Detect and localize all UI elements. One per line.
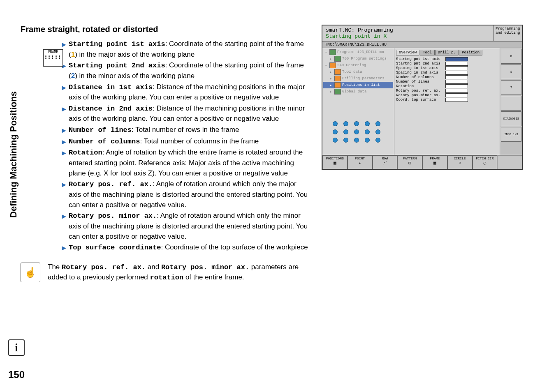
list-item: ▶Starting point 1st axis: Coordinate of …	[62, 39, 309, 60]
soft-button[interactable]: ROW⋰	[373, 155, 398, 169]
side-button[interactable]: M	[501, 49, 521, 64]
vertical-section-label: Defining Machining Positions	[8, 91, 19, 218]
param-term: Rotation	[69, 149, 102, 157]
parameter-list: ▶Starting point 1st axis: Coordinate of …	[62, 39, 309, 253]
tree-item[interactable]: ▾240 Centering	[323, 62, 393, 69]
form-input[interactable]	[445, 62, 468, 66]
param-term: Starting point 2nd axis	[69, 62, 165, 69]
tree-item[interactable]: ▸Drilling parameters	[323, 75, 393, 82]
arrow-icon: ▶	[62, 138, 66, 146]
side-button[interactable]: DIAGNOSIS	[501, 111, 521, 126]
form-input[interactable]	[445, 75, 468, 79]
side-button[interactable]: INFO 1/3	[501, 127, 521, 142]
cnc-screenshot: smarT.NC: Programming Starting point in …	[322, 25, 523, 170]
param-term: Top surface coordinate	[69, 244, 161, 251]
form-input[interactable]	[445, 80, 468, 84]
form-row: Startng pnt 1st axis	[396, 57, 498, 61]
page-number: 150	[8, 369, 25, 380]
tab[interactable]: Tool	[420, 50, 435, 55]
form-input[interactable]	[445, 93, 468, 97]
arrow-icon: ▶	[62, 105, 66, 113]
section-title: Frame straight, rotated or distorted	[21, 25, 309, 34]
cnc-form: Startng pnt 1st axisStartng pnt 2nd axis…	[396, 57, 498, 102]
cnc-subtitle: Starting point in X	[326, 33, 490, 39]
arrow-icon: ▶	[62, 244, 66, 252]
info-icon: i	[8, 339, 25, 356]
soft-button[interactable]: PATTERN⊞	[397, 155, 422, 169]
form-input[interactable]	[445, 84, 468, 88]
form-row: Spacing in 1st axis	[396, 66, 498, 70]
list-item: ▶Rotary pos. minor ax.: Angle of rotatio…	[62, 211, 309, 242]
list-item: ▶Rotary pos. ref. ax.: Angle of rotation…	[62, 179, 309, 210]
form-row: Rotation	[396, 84, 498, 88]
cnc-path: TNC:\SMARTNC\123_DRILL.HU	[322, 42, 522, 48]
param-term: Distance in 2nd axis	[69, 105, 153, 113]
arrow-icon: ▶	[62, 126, 66, 134]
cnc-tabs: OverviewToolDrill p.Position	[396, 50, 498, 55]
arrow-icon: ▶	[62, 40, 66, 48]
list-item: ▶Rotation: Angle of rotation by which th…	[62, 148, 309, 178]
form-input[interactable]	[445, 89, 468, 93]
form-row: Rotary pos.minor ax.	[396, 93, 498, 97]
tree-item[interactable]: ▸700 Program settings	[323, 55, 393, 62]
param-term: Starting point 1st axis	[69, 40, 165, 48]
tree-item[interactable]: ▾Program: 123_DRILL mm	[323, 49, 393, 55]
soft-button[interactable]: POSITIONS▦	[322, 155, 348, 169]
list-item: ▶Top surface coordinate: Coordinate of t…	[62, 242, 309, 253]
form-row: Coord. top surface	[396, 98, 498, 102]
soft-button-blank	[497, 155, 522, 169]
tab[interactable]: Drill p.	[435, 50, 459, 55]
form-row: Rotary pos. ref. ax.	[396, 89, 498, 93]
arrow-icon: ▶	[62, 180, 66, 189]
form-row: Spacing in 2nd axis	[396, 71, 498, 75]
list-item: ▶Number of columns: Total number of colu…	[62, 136, 309, 147]
side-button[interactable]: S	[501, 65, 521, 79]
param-term: Rotary pos. minor ax.	[69, 212, 157, 220]
note-text: The Rotary pos. ref. ax. and Rotary pos.…	[48, 262, 309, 283]
cnc-mode: Programming and editing	[493, 25, 522, 41]
param-term: Rotary pos. ref. ax.	[69, 180, 153, 188]
frame-icon: FRAME	[43, 49, 63, 67]
side-button[interactable]: T	[501, 80, 521, 95]
tree-item[interactable]: ▸Positions in list	[323, 82, 393, 88]
arrow-icon: ▶	[62, 149, 66, 157]
form-input[interactable]	[445, 66, 468, 70]
tab[interactable]: Position	[459, 50, 482, 55]
tree-item[interactable]: ▸Global data	[323, 88, 393, 95]
cnc-side-buttons: MSTDIAGNOSISINFO 1/3	[500, 48, 522, 155]
tab[interactable]: Overview	[396, 50, 419, 55]
list-item: ▶Starting point 2nd axis: Coordinate of …	[62, 60, 309, 81]
hand-icon: ☝	[21, 263, 40, 282]
form-input[interactable]	[445, 57, 468, 61]
form-row: Number of lines	[396, 80, 498, 84]
preview-dots	[328, 118, 385, 145]
soft-button[interactable]: POINT✦	[348, 155, 373, 169]
form-input[interactable]	[445, 98, 468, 102]
list-item: ▶Distance in 2nd axis: Distance of the m…	[62, 104, 309, 124]
soft-button[interactable]: FRAME▦	[422, 155, 447, 169]
param-term: Distance in 1st axis	[69, 83, 153, 91]
list-item: ▶Number of lines: Total number of rows i…	[62, 125, 309, 136]
cnc-soft-buttons: POSITIONS▦POINT✦ROW⋰PATTERN⊞FRAME▦CIRCLE…	[322, 155, 522, 169]
note-box: ☝ The Rotary pos. ref. ax. and Rotary po…	[21, 262, 309, 283]
param-term: Number of lines	[69, 126, 132, 134]
tree-item[interactable]: ▸Tool data	[323, 69, 393, 75]
param-term: Number of columns	[69, 138, 140, 145]
list-item: ▶Distance in 1st axis: Distance of the m…	[62, 82, 309, 103]
soft-button[interactable]: CIRCLE○	[447, 155, 473, 169]
soft-button[interactable]: PITCH CIR◌	[473, 155, 498, 169]
form-row: Startng pnt 2nd axis	[396, 62, 498, 66]
side-button[interactable]	[501, 96, 521, 111]
cnc-title: smarT.NC: Programming	[326, 27, 490, 33]
arrow-icon: ▶	[62, 83, 66, 92]
form-input[interactable]	[445, 71, 468, 75]
form-row: Number of columns	[396, 75, 498, 79]
arrow-icon: ▶	[62, 212, 66, 220]
